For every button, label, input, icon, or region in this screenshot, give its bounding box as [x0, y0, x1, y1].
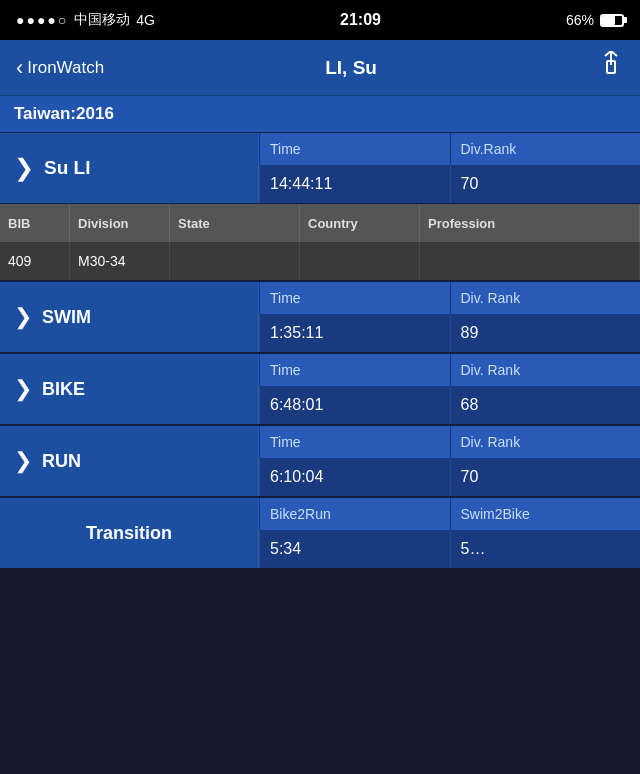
status-left: ●●●●○ 中国移动 4G	[16, 11, 155, 29]
swim2bike-label: Swim2Bike	[450, 498, 641, 530]
divrank-label: Div.Rank	[450, 133, 641, 165]
activity-divrank-value: 70	[450, 458, 641, 496]
activity-divrank-label: Div. Rank	[450, 282, 641, 314]
activity-stats-cell: Time Div. Rank 1:35:11 89	[258, 282, 640, 352]
back-chevron-icon: ‹	[16, 57, 23, 79]
transition-name-cell: Transition	[0, 498, 258, 568]
status-bar: ●●●●○ 中国移动 4G 21:09 66%	[0, 0, 640, 40]
transition-stats-cell: Bike2Run Swim2Bike 5:34 5…	[258, 498, 640, 568]
activity-divrank-value: 89	[450, 314, 641, 352]
activity-expand-icon: ❯	[14, 376, 32, 402]
back-button[interactable]: ‹ IronWatch	[16, 57, 104, 79]
battery-icon	[600, 14, 624, 27]
network-type: 4G	[136, 12, 155, 28]
transition-stat-labels: Bike2Run Swim2Bike	[259, 498, 640, 530]
profession-header: Profession	[420, 204, 640, 242]
activity-time-value: 6:48:01	[259, 386, 450, 424]
status-right: 66%	[566, 12, 624, 28]
activity-name: RUN	[42, 451, 81, 472]
back-label: IronWatch	[27, 58, 104, 78]
activity-time-label: Time	[259, 282, 450, 314]
activity-block-swim: ❯ SWIM Time Div. Rank 1:35:11 89	[0, 281, 640, 352]
info-values-row: 409 M30-34	[0, 242, 640, 280]
division-value: M30-34	[70, 242, 170, 280]
nav-bar: ‹ IronWatch LI, Su	[0, 40, 640, 96]
activity-stat-values: 1:35:11 89	[259, 314, 640, 352]
activity-stat-labels: Time Div. Rank	[259, 282, 640, 314]
activity-stat-labels: Time Div. Rank	[259, 354, 640, 386]
nav-title: LI, Su	[325, 57, 377, 79]
athlete-expand-icon: ❯	[14, 154, 34, 182]
athlete-stats-cell: Time Div.Rank 14:44:11 70	[258, 133, 640, 203]
activity-time-label: Time	[259, 426, 450, 458]
activity-main-row[interactable]: ❯ BIKE Time Div. Rank 6:48:01 68	[0, 354, 640, 424]
transition-name: Transition	[86, 523, 172, 544]
section-header: Taiwan:2016	[0, 96, 640, 132]
activity-divrank-value: 68	[450, 386, 641, 424]
athlete-stat-values: 14:44:11 70	[259, 165, 640, 203]
activity-name: BIKE	[42, 379, 85, 400]
transition-block: Transition Bike2Run Swim2Bike 5:34 5…	[0, 497, 640, 568]
activity-main-row[interactable]: ❯ SWIM Time Div. Rank 1:35:11 89	[0, 282, 640, 352]
section-header-text: Taiwan:2016	[14, 104, 114, 123]
bib-value: 409	[0, 242, 70, 280]
activity-expand-icon: ❯	[14, 304, 32, 330]
activity-name-cell[interactable]: ❯ RUN	[0, 426, 258, 496]
signal-dots: ●●●●○	[16, 12, 68, 28]
info-header-row: BIB Division State Country Profession	[0, 204, 640, 242]
activity-stat-values: 6:10:04 70	[259, 458, 640, 496]
activity-expand-icon: ❯	[14, 448, 32, 474]
divrank-value: 70	[450, 165, 641, 203]
transition-stat-values: 5:34 5…	[259, 530, 640, 568]
swim2bike-value: 5…	[450, 530, 641, 568]
activities-container: ❯ SWIM Time Div. Rank 1:35:11 89	[0, 281, 640, 496]
activity-block-run: ❯ RUN Time Div. Rank 6:10:04 70	[0, 425, 640, 496]
athlete-main-row[interactable]: ❯ Su LI Time Div.Rank 14:44:11 70	[0, 133, 640, 203]
activity-stat-labels: Time Div. Rank	[259, 426, 640, 458]
state-value	[170, 242, 300, 280]
transition-main-row: Transition Bike2Run Swim2Bike 5:34 5…	[0, 498, 640, 568]
activity-time-value: 1:35:11	[259, 314, 450, 352]
activity-divrank-label: Div. Rank	[450, 426, 641, 458]
bike2run-label: Bike2Run	[259, 498, 450, 530]
state-header: State	[170, 204, 300, 242]
carrier: 中国移动	[74, 11, 130, 29]
bib-header: BIB	[0, 204, 70, 242]
activity-time-value: 6:10:04	[259, 458, 450, 496]
athlete-stat-labels: Time Div.Rank	[259, 133, 640, 165]
activity-divrank-label: Div. Rank	[450, 354, 641, 386]
activity-name-cell[interactable]: ❯ SWIM	[0, 282, 258, 352]
athlete-name: Su LI	[44, 157, 90, 179]
country-header: Country	[300, 204, 420, 242]
activity-name: SWIM	[42, 307, 91, 328]
athlete-name-cell[interactable]: ❯ Su LI	[0, 133, 258, 203]
bike2run-value: 5:34	[259, 530, 450, 568]
profession-value	[420, 242, 640, 280]
activity-block-bike: ❯ BIKE Time Div. Rank 6:48:01 68	[0, 353, 640, 424]
time-label: Time	[259, 133, 450, 165]
time-value: 14:44:11	[259, 165, 450, 203]
status-time: 21:09	[340, 11, 381, 29]
country-value	[300, 242, 420, 280]
division-header: Division	[70, 204, 170, 242]
activity-main-row[interactable]: ❯ RUN Time Div. Rank 6:10:04 70	[0, 426, 640, 496]
activity-name-cell[interactable]: ❯ BIKE	[0, 354, 258, 424]
athlete-block: ❯ Su LI Time Div.Rank 14:44:11 70	[0, 132, 640, 204]
share-button[interactable]	[598, 51, 624, 85]
battery-percent: 66%	[566, 12, 594, 28]
activity-stats-cell: Time Div. Rank 6:10:04 70	[258, 426, 640, 496]
activity-time-label: Time	[259, 354, 450, 386]
activity-stats-cell: Time Div. Rank 6:48:01 68	[258, 354, 640, 424]
activity-stat-values: 6:48:01 68	[259, 386, 640, 424]
